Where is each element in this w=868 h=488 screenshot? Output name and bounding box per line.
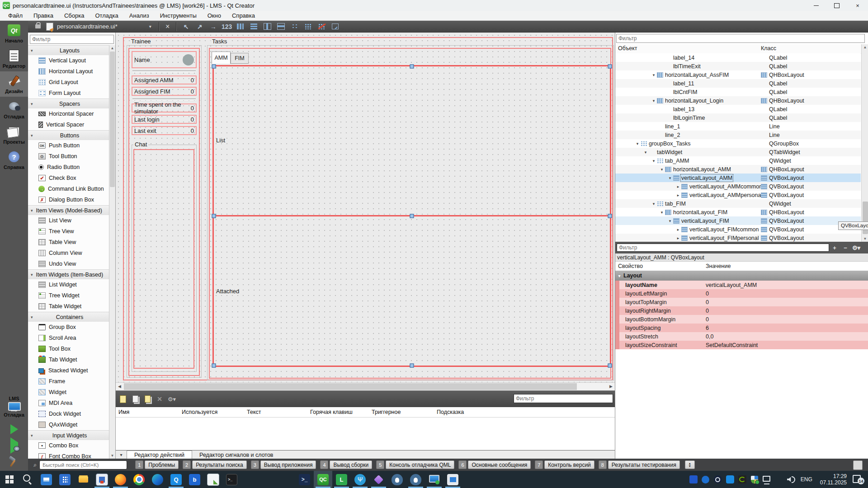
widgetbox-row[interactable]: Dock Widget bbox=[28, 408, 110, 419]
volume-icon[interactable] bbox=[787, 475, 796, 484]
mode-button[interactable]: ? Справка bbox=[0, 147, 28, 173]
taskbar-app-button[interactable]: >_ bbox=[222, 471, 241, 488]
output-panel-toggle[interactable]: 4 Вывод сборки bbox=[320, 460, 372, 469]
selection-handle[interactable] bbox=[212, 214, 216, 218]
object-tree-scrollbar[interactable]: ▲ ▼ bbox=[861, 44, 868, 242]
scroll-right-icon[interactable]: ▶ bbox=[607, 383, 615, 390]
mode-button[interactable]: Дизайн bbox=[0, 71, 28, 97]
designer-tool-button[interactable] bbox=[330, 22, 341, 31]
selected-layout-verticalLayout_AMM[interactable] bbox=[212, 65, 611, 367]
minimize-button[interactable] bbox=[806, 0, 826, 11]
column-property[interactable]: Свойство bbox=[618, 263, 643, 269]
widgetbox-row[interactable]: Form Layout bbox=[28, 88, 110, 99]
expander-icon[interactable]: ▾ bbox=[651, 159, 657, 163]
scroll-up-icon[interactable]: ▲ bbox=[109, 45, 115, 51]
widgetbox-row[interactable]: ▾ Layouts bbox=[28, 45, 110, 55]
dock-tab[interactable]: Редактор действий bbox=[127, 450, 192, 459]
widgetbox-row[interactable]: ✔ Check Box bbox=[28, 173, 110, 183]
scrollbar-thumb[interactable] bbox=[124, 383, 577, 390]
open-document-selector[interactable]: personalcardtrainee.ui* bbox=[57, 23, 118, 30]
menu-item[interactable]: Окно bbox=[202, 11, 226, 20]
widgetbox-row[interactable]: ▾ Item Views (Model-Based) bbox=[28, 205, 110, 215]
scroll-up-icon[interactable]: ▲ bbox=[862, 44, 868, 51]
menu-item[interactable]: Справка bbox=[226, 11, 260, 20]
property-toolbar-button[interactable]: − bbox=[840, 244, 851, 251]
notification-center-button[interactable]: 14 bbox=[853, 474, 864, 484]
widgetbox-row[interactable]: MDI Area bbox=[28, 398, 110, 408]
action-filter-input[interactable] bbox=[514, 394, 613, 403]
section-chevron-icon[interactable]: ▾ bbox=[31, 272, 33, 277]
widgetbox-row[interactable]: Group Box bbox=[28, 322, 110, 333]
object-tree-row[interactable]: ▸ verticalLayout_FIMpersonal QVBoxLayout bbox=[615, 234, 861, 242]
widgetbox-row[interactable]: ▾ Containers bbox=[28, 312, 110, 322]
tray-icon[interactable] bbox=[762, 475, 771, 484]
widgetbox-row[interactable]: Grid Layout bbox=[28, 77, 110, 88]
property-value[interactable]: verticalLayout_AMM bbox=[706, 282, 757, 288]
widgetbox-row[interactable]: ▾ Item Widgets (Item-Based) bbox=[28, 269, 110, 279]
output-panel-toggle[interactable]: 6 Основные сообщения bbox=[458, 460, 531, 469]
property-toolbar-button[interactable]: ⚙▾ bbox=[851, 244, 862, 251]
menu-item[interactable]: Файл bbox=[3, 11, 28, 20]
action-column-header[interactable]: Используется bbox=[182, 409, 217, 415]
tray-icon[interactable] bbox=[726, 475, 735, 484]
object-tree-row[interactable]: label_11 QLabel bbox=[615, 79, 861, 88]
property-filter-input[interactable] bbox=[617, 244, 829, 252]
expander-icon[interactable]: ▾ bbox=[667, 176, 673, 180]
selection-handle[interactable] bbox=[410, 364, 414, 368]
object-tree-row[interactable]: lblLoginTime QLabel bbox=[615, 113, 861, 122]
property-row[interactable]: layoutLeftMargin 0 bbox=[615, 289, 868, 298]
taskbar-app-button[interactable] bbox=[56, 471, 74, 488]
widgetbox-row[interactable]: Scroll Area bbox=[28, 333, 110, 343]
action-column-header[interactable]: Триггерное bbox=[372, 409, 401, 415]
widgetbox-row[interactable]: ▾ Spacers bbox=[28, 99, 110, 108]
object-tree-row[interactable]: ▾ tab_AMM QWidget bbox=[615, 156, 861, 165]
designer-tool-button[interactable]: ↗ bbox=[194, 22, 206, 31]
expander-icon[interactable]: ▾ bbox=[651, 99, 657, 103]
language-indicator[interactable]: ENG bbox=[801, 476, 812, 483]
clock[interactable]: 17:29 07.11.2025 bbox=[820, 473, 847, 486]
stat-row[interactable]: Assigned FIM 0 bbox=[132, 87, 197, 96]
expander-icon[interactable]: ▸ bbox=[675, 236, 681, 240]
taskbar-app-button[interactable] bbox=[425, 471, 443, 488]
taskbar-app-button[interactable] bbox=[19, 471, 37, 488]
widgetbox-row[interactable]: Table Widget bbox=[28, 301, 110, 312]
output-panel-toggle[interactable]: 7 Контроль версий bbox=[535, 460, 594, 469]
expander-icon[interactable]: ▸ bbox=[675, 227, 681, 232]
selection-handle[interactable] bbox=[608, 214, 612, 218]
selection-handle[interactable] bbox=[608, 364, 612, 368]
tab-amm[interactable]: AMM bbox=[212, 52, 231, 64]
designer-tool-button[interactable] bbox=[302, 22, 314, 31]
property-value[interactable]: 0 bbox=[706, 299, 709, 305]
column-object[interactable]: Объект bbox=[618, 45, 637, 52]
widgetbox-scrollbar[interactable]: ▲ ▼ bbox=[109, 45, 115, 459]
output-panel-toggle[interactable]: 2 Результаты поиска bbox=[183, 460, 247, 469]
menu-item[interactable]: Отладка bbox=[90, 11, 123, 20]
taskbar-app-button[interactable]: >_ bbox=[295, 471, 314, 488]
object-tree-row[interactable]: ▾ groupBox_Tasks QGroupBox bbox=[615, 139, 861, 148]
chevron-down-icon[interactable]: ▾ bbox=[149, 24, 151, 29]
object-tree-row[interactable]: ▸ verticalLayout_FIMcommon QVBoxLayout bbox=[615, 225, 861, 234]
widgetbox-row[interactable]: OK Push Button bbox=[28, 140, 110, 151]
panel-updown-button[interactable]: ▲▼ bbox=[685, 460, 695, 469]
property-row[interactable]: layoutSpacing 6 bbox=[615, 324, 868, 332]
time-row[interactable]: Last exit 0 bbox=[132, 126, 197, 135]
widgetbox-filter-input[interactable] bbox=[30, 35, 114, 44]
action-column-header[interactable]: Текст bbox=[247, 409, 261, 415]
paste-action-button[interactable] bbox=[142, 394, 152, 404]
action-column-header[interactable]: Подсказка bbox=[437, 409, 464, 415]
section-chevron-icon[interactable]: ▾ bbox=[31, 433, 35, 438]
scroll-down-icon[interactable]: ▼ bbox=[109, 453, 115, 459]
delete-action-button[interactable]: ✕ bbox=[155, 394, 165, 404]
expander-icon[interactable]: ▾ bbox=[634, 141, 641, 146]
menu-item[interactable]: Сборка bbox=[59, 11, 90, 20]
column-class[interactable]: Класс bbox=[761, 45, 776, 52]
scroll-down-icon[interactable]: ▼ bbox=[862, 236, 868, 242]
expander-icon[interactable]: ▾ bbox=[651, 73, 657, 77]
widgetbox-row[interactable]: QAxWidget bbox=[28, 419, 110, 430]
expander-icon[interactable]: ▾ bbox=[667, 219, 673, 223]
property-toolbar-button[interactable]: + bbox=[829, 244, 840, 251]
widgetbox-row[interactable]: Table View bbox=[28, 237, 110, 248]
column-value[interactable]: Значение bbox=[706, 263, 731, 269]
property-value[interactable]: SetDefaultConstraint bbox=[706, 342, 758, 348]
taskbar-app-button[interactable] bbox=[443, 471, 462, 488]
